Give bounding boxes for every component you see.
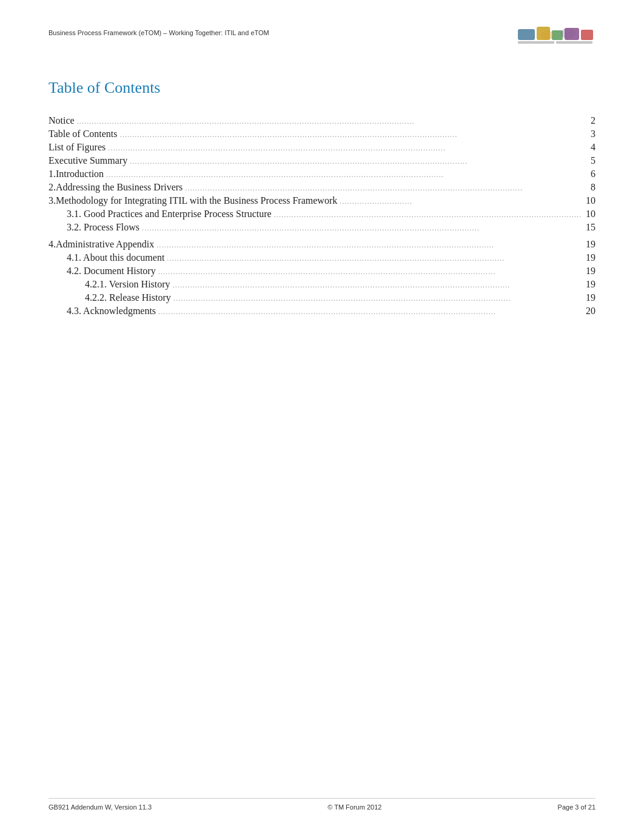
toc-dots-exec-summary: ........................................…: [127, 157, 580, 166]
svg-rect-5: [518, 41, 554, 44]
page-header: Business Process Framework (eTOM) – Work…: [49, 24, 595, 55]
toc-entry-exec-summary: Executive Summary ......................…: [49, 155, 595, 166]
toc-page-admin-appendix: 19: [580, 239, 595, 250]
toc-label-toc: Table of Contents: [49, 129, 118, 139]
toc-page-intro: 6: [580, 169, 595, 179]
toc-page-notice: 2: [580, 115, 595, 126]
toc-label-good-practices: 3.1. Good Practices and Enterprise Proce…: [67, 209, 272, 220]
toc-entry-version-history: 4.2.1. Version History .................…: [49, 279, 595, 290]
toc-dots-acknowledgments: ........................................…: [156, 307, 580, 317]
toc-label-intro: 1.Introduction: [49, 169, 104, 179]
toc-entry-admin-appendix: 4.Administrative Appendix ..............…: [49, 239, 595, 250]
svg-rect-6: [556, 41, 592, 44]
toc-dots-toc: ........................................…: [118, 130, 580, 139]
toc-entry-process-flows: 3.2. Process Flows .....................…: [49, 222, 595, 233]
toc-group-methodology: 3.Methodology for Integrating ITIL with …: [49, 195, 595, 233]
toc-page-version-history: 19: [580, 279, 595, 290]
toc-entry-intro: 1.Introduction .........................…: [49, 169, 595, 179]
toc-entry-notice: Notice .................................…: [49, 115, 595, 126]
toc-page-exec-summary: 5: [580, 155, 595, 166]
toc-label-doc-history: 4.2. Document History: [67, 266, 156, 277]
toc-page-process-flows: 15: [580, 222, 595, 233]
toc-dots-release-history: ........................................…: [171, 294, 580, 303]
toc-page-release-history: 19: [580, 292, 595, 303]
toc-page-acknowledgments: 20: [580, 306, 595, 317]
svg-rect-2: [552, 30, 563, 40]
toc-group-admin: 4.Administrative Appendix ..............…: [49, 239, 595, 317]
toc-label-exec-summary: Executive Summary: [49, 155, 127, 166]
toc-container: Notice .................................…: [49, 115, 595, 317]
toc-entry-doc-history: 4.2. Document History ..................…: [49, 266, 595, 277]
toc-entry-business-drivers: 2.Addressing the Business Drivers ......…: [49, 182, 595, 193]
footer-right: Page 3 of 21: [558, 803, 595, 811]
toc-page-good-practices: 10: [580, 209, 595, 220]
toc-page-methodology: 10: [580, 195, 595, 206]
toc-page-doc-history: 19: [580, 266, 595, 277]
toc-dots-version-history: ........................................…: [170, 281, 580, 290]
toc-entry-about-doc: 4.1. About this document ...............…: [49, 252, 595, 263]
toc-entry-figures: List of Figures ........................…: [49, 142, 595, 153]
footer-left: GB921 Addendum W, Version 11.3: [49, 803, 152, 811]
toc-label-admin-appendix: 4.Administrative Appendix: [49, 239, 154, 250]
toc-label-figures: List of Figures: [49, 142, 106, 153]
logo-container: [517, 24, 595, 55]
svg-rect-4: [581, 30, 593, 40]
toc-dots-intro: ........................................…: [104, 170, 580, 179]
svg-point-8: [561, 28, 575, 39]
toc-dots-methodology: .............................: [337, 197, 580, 206]
toc-label-process-flows: 3.2. Process Flows: [67, 222, 139, 233]
toc-label-methodology: 3.Methodology for Integrating ITIL with …: [49, 195, 337, 206]
toc-dots-figures: ........................................…: [106, 144, 580, 153]
toc-entry-acknowledgments: 4.3. Acknowledgments ...................…: [49, 306, 595, 317]
toc-dots-business-drivers: ........................................…: [183, 184, 580, 193]
toc-dots-admin-appendix: ........................................…: [154, 241, 580, 250]
toc-dots-process-flows: ........................................…: [139, 224, 580, 233]
toc-dots-doc-history: ........................................…: [156, 267, 580, 277]
toc-dots-about-doc: ........................................…: [164, 254, 580, 263]
toc-page-figures: 4: [580, 142, 595, 153]
page-wrapper: Business Process Framework (eTOM) – Work…: [0, 0, 644, 835]
toc-label-about-doc: 4.1. About this document: [67, 252, 164, 263]
tm-forum-logo-icon: [517, 24, 595, 53]
toc-page-toc: 3: [580, 129, 595, 139]
toc-entry-methodology: 3.Methodology for Integrating ITIL with …: [49, 195, 595, 206]
toc-entry-good-practices: 3.1. Good Practices and Enterprise Proce…: [49, 209, 595, 220]
svg-point-7: [541, 30, 553, 40]
document-title: Business Process Framework (eTOM) – Work…: [49, 24, 269, 36]
page-footer: GB921 Addendum W, Version 11.3 © TM Foru…: [49, 798, 595, 811]
toc-label-version-history: 4.2.1. Version History: [85, 279, 170, 290]
toc-label-business-drivers: 2.Addressing the Business Drivers: [49, 182, 183, 193]
toc-label-notice: Notice: [49, 115, 75, 126]
toc-entry-toc: Table of Contents ......................…: [49, 129, 595, 139]
toc-label-acknowledgments: 4.3. Acknowledgments: [67, 306, 156, 317]
footer-center: © TM Forum 2012: [327, 803, 381, 811]
toc-label-release-history: 4.2.2. Release History: [85, 292, 171, 303]
toc-page-business-drivers: 8: [580, 182, 595, 193]
toc-entry-release-history: 4.2.2. Release History .................…: [49, 292, 595, 303]
toc-heading: Table of Contents: [49, 79, 595, 97]
toc-page-about-doc: 19: [580, 252, 595, 263]
toc-dots-good-practices: ........................................…: [272, 210, 580, 220]
svg-rect-0: [518, 29, 535, 40]
toc-dots-notice: ........................................…: [75, 117, 580, 126]
